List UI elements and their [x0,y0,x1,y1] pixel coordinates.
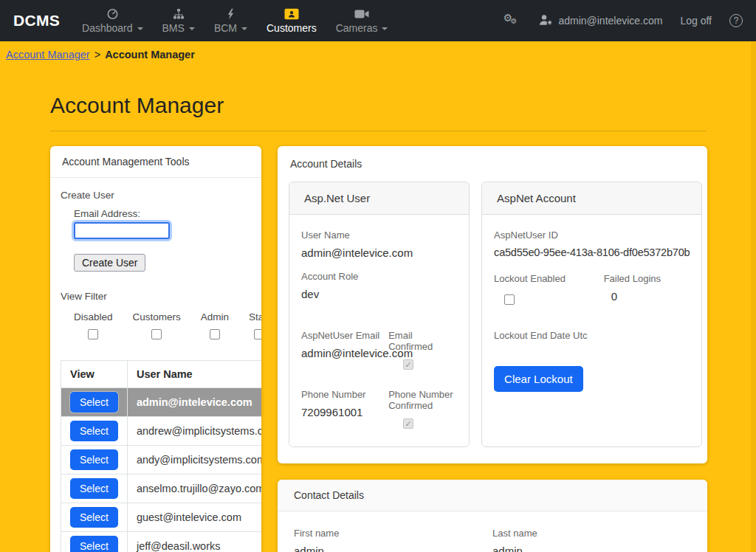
create-user-section-label: Create User [61,190,251,201]
view-filter-options: Disabled Customers Admin Staff [74,311,251,339]
user-name-cell: andrew@implicitsystems.com [127,417,261,446]
lockout-end-date-label: Lockout End Date Utc [494,330,690,341]
filter-checkbox-disabled[interactable] [88,329,98,339]
create-user-button[interactable]: Create User [74,254,145,272]
lockout-enabled-checkbox[interactable] [504,294,515,305]
table-row: Select andrew@implicitsystems.com [61,417,262,446]
filter-label-disabled: Disabled [74,311,113,322]
breadcrumb: Account Manager>Account Manager [0,41,756,63]
lockout-enabled-label: Lockout Enabled [494,273,604,284]
account-details-title: Account Details [290,158,696,170]
main-content: Account Management Tools Create User Ema… [0,146,756,552]
nav-label-bms: BMS [162,22,185,34]
contact-details-title: Contact Details [278,480,707,511]
tools-panel-body: Create User Email Address: Create User V… [50,178,261,552]
email-address-input[interactable] [74,222,170,239]
check-icon: ✓ [405,419,412,429]
table-row: Select jeff@deasil.works [61,532,262,552]
title-divider [50,131,707,131]
last-name-label: Last name [492,528,691,539]
bolt-icon [227,7,235,20]
select-button[interactable]: Select [70,392,118,413]
nav-item-cameras[interactable]: Cameras [336,7,388,34]
breadcrumb-link-account-manager[interactable]: Account Manager [6,49,90,61]
aspnet-account-card-body: AspNetUser ID ca5d55e0-95ee-413a-8106-df… [482,215,701,446]
first-name-field: First name admin [294,528,492,552]
chevron-down-icon [189,27,195,30]
account-management-tools-panel: Account Management Tools Create User Ema… [50,146,261,552]
first-name-value: admin [294,545,492,552]
filter-label-staff: Staff [249,311,261,322]
column-header-view: View [61,361,128,388]
nav-item-bms[interactable]: BMS [162,7,195,34]
select-button[interactable]: Select [70,536,118,552]
user-name-cell: admin@intelevice.com [127,388,261,417]
select-button[interactable]: Select [70,507,118,528]
breadcrumb-current: Account Manager [105,49,195,61]
nav-item-customers[interactable]: Customers [267,7,317,34]
nav-label-customers: Customers [267,22,317,34]
log-off-link[interactable]: Log off [680,15,712,27]
user-name-value: admin@intelevice.com [301,246,457,259]
tools-panel-title: Account Management Tools [50,146,261,178]
user-name-cell: anselmo.trujillo@zayo.com [127,475,261,503]
filter-checkbox-admin[interactable] [210,329,220,339]
select-button[interactable]: Select [70,449,118,470]
contact-details-panel: Contact Details First name admin Last na… [278,480,707,552]
account-role-label: Account Role [301,271,457,282]
check-icon: ✓ [405,360,412,370]
contact-details-body: First name admin Last name admin Email a… [278,511,707,552]
last-name-value: admin [492,545,691,552]
phone-confirmed-checkbox: ✓ [403,418,413,429]
nav-label-cameras: Cameras [336,22,378,34]
phone-number-label: Phone Number [301,389,388,400]
gauge-icon [106,7,119,20]
email-confirmed-checkbox: ✓ [403,359,413,370]
aspnetuser-id-value: ca5d55e0-95ee-413a-8106-df0e5372b70b [494,246,690,258]
account-menu[interactable]: admin@intelevice.com [538,14,662,28]
clear-lockout-button[interactable]: Clear Lockout [494,366,583,392]
aspnetuser-email-label: AspNetUser Email [301,330,388,341]
users-table-header-row: View User Name [61,361,262,388]
help-icon[interactable]: ? [729,14,743,27]
phone-confirmed-label: Phone Number Confirmed [388,389,457,411]
table-row: Select anselmo.trujillo@zayo.com [61,475,262,503]
filter-option-disabled: Disabled [74,311,113,339]
main-menu: Dashboard BMS BCM Customers [82,7,388,34]
filter-label-admin: Admin [201,311,229,322]
top-navbar: DCMS Dashboard BMS BCM [0,0,756,41]
select-button[interactable]: Select [70,478,118,499]
users-table: View User Name Select admin@intelevice.c… [61,360,261,552]
navbar-right: ⚙ ⚙ admin@intelevice.com Log off ? [503,13,743,28]
filter-label-customers: Customers [133,311,181,322]
filter-option-staff: Staff [249,311,261,339]
view-filter-section: View Filter Disabled Customers Admin [61,291,251,339]
aspnetuser-id-label: AspNetUser ID [494,230,690,241]
table-row: Select admin@intelevice.com [61,388,262,417]
select-button[interactable]: Select [70,421,118,441]
account-role-value: dev [301,288,457,300]
table-row: Select andy@implicitsystems.com [61,446,262,475]
user-name-cell: jeff@deasil.works [127,532,261,552]
video-camera-icon [354,7,369,20]
scrollbar[interactable] [751,41,756,552]
chevron-down-icon [382,27,388,30]
chevron-down-icon [241,27,247,30]
aspnet-user-card-body: User Name admin@intelevice.com Account R… [289,215,469,446]
id-card-icon [284,7,299,20]
email-address-label: Email Address: [74,208,251,219]
user-name-cell: andy@implicitsystems.com [127,446,261,475]
brand-logo[interactable]: DCMS [13,12,60,30]
filter-checkbox-customers[interactable] [151,329,162,339]
account-details-panel: Account Details Asp.Net User User Name a… [278,146,707,463]
settings-gears-icon[interactable]: ⚙ ⚙ [503,13,520,28]
user-name-label: User Name [301,230,457,241]
nav-item-bcm[interactable]: BCM [214,7,247,34]
view-filter-label: View Filter [61,291,251,302]
failed-logins-value: 0 [611,290,690,303]
email-confirmed-label: Email Confirmed [388,330,457,352]
page-title: Account Manager [50,93,756,118]
filter-checkbox-staff[interactable] [254,329,261,339]
aspnet-user-card-title: Asp.Net User [289,182,469,215]
nav-item-dashboard[interactable]: Dashboard [82,7,143,34]
